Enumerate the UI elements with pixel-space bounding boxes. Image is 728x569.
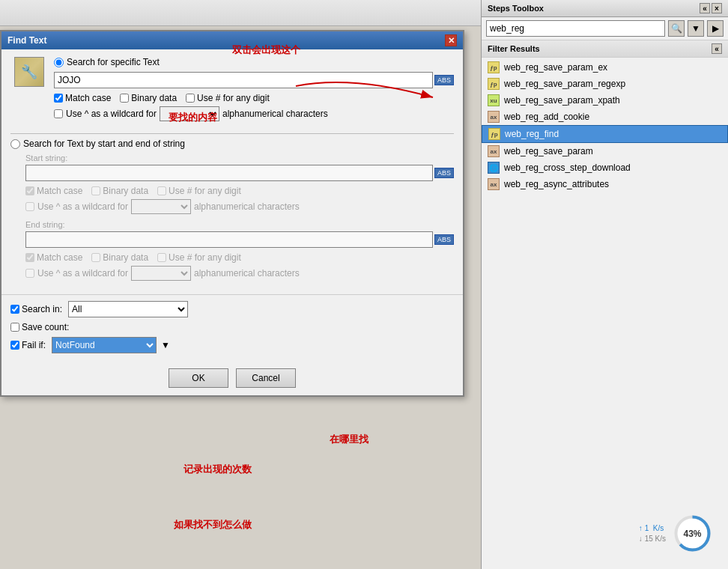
section-specific-text: 🔧 Search for specific Text ABS Match cas… bbox=[10, 57, 454, 127]
search-in-row: Search in: All Headers Body bbox=[10, 301, 454, 317]
wildcard-checkbox-3[interactable] bbox=[25, 269, 34, 278]
section-start-end: Search for Text by start and end of stri… bbox=[10, 139, 454, 281]
alphanumerical-label-1: alphanumerical characters bbox=[222, 109, 328, 119]
options-area-1: Search for specific Text ABS Match case … bbox=[54, 57, 454, 127]
item-label: web_reg_save_param_regexp bbox=[504, 79, 625, 89]
wildcard-row-2: Use ^ as a wildcard for alphanumerical c… bbox=[25, 199, 454, 214]
digit-checkbox-2[interactable] bbox=[157, 186, 166, 195]
tool-icon: 🔧 bbox=[14, 57, 44, 87]
list-item[interactable]: ƒp web_reg_save_param_ex bbox=[482, 59, 728, 76]
match-case-checkbox-3[interactable] bbox=[25, 253, 34, 262]
digit-2: Use # for any digit bbox=[157, 186, 241, 196]
binary-data-checkbox-3[interactable] bbox=[91, 253, 100, 262]
radio-start-end[interactable] bbox=[10, 139, 20, 149]
match-case-checkbox-2[interactable] bbox=[25, 186, 34, 195]
digit-label-3: Use # for any digit bbox=[169, 252, 241, 263]
search-in-label: Search in: bbox=[22, 304, 62, 314]
checkbox-row-2: Match case Binary data Use # for any dig… bbox=[25, 186, 454, 196]
circle-progress: 43% bbox=[672, 513, 713, 554]
steps-toolbox-header: Steps Toolbox « × bbox=[482, 0, 728, 17]
search-in-checkbox: Search in: bbox=[10, 304, 62, 314]
list-item[interactable]: ax web_reg_async_attributes bbox=[482, 176, 728, 192]
binary-data-label-1: Binary data bbox=[131, 93, 177, 103]
search-bar: 🔍 ▼ ▶ bbox=[482, 17, 728, 40]
start-string-input[interactable] bbox=[25, 165, 433, 181]
item-label: web_reg_save_param bbox=[504, 146, 593, 156]
filter-results-header: Filter Results « bbox=[482, 40, 728, 58]
wildcard-select-1[interactable] bbox=[160, 106, 219, 121]
match-case-checkbox-1[interactable] bbox=[54, 94, 63, 103]
fail-if-check[interactable] bbox=[10, 341, 19, 350]
wildcard-label-1: Use ^ as a wildcard for bbox=[66, 109, 157, 119]
wildcard-select-2[interactable] bbox=[131, 199, 191, 214]
dialog-close-button[interactable]: ✕ bbox=[445, 34, 457, 46]
cancel-button[interactable]: Cancel bbox=[236, 368, 296, 388]
svg-text:43%: 43% bbox=[683, 529, 701, 539]
wildcard-checkbox-1[interactable] bbox=[54, 109, 63, 118]
search-button[interactable]: 🔍 bbox=[668, 20, 685, 37]
search-input[interactable] bbox=[486, 20, 665, 37]
speed-down: ↓ 15 K/s bbox=[639, 534, 666, 544]
dialog-title: Find Text bbox=[7, 35, 46, 46]
digit-label-1: Use # for any digit bbox=[197, 93, 270, 103]
item-label: web_reg_save_param_ex bbox=[504, 62, 607, 73]
binary-data-checkbox-1[interactable] bbox=[120, 94, 129, 103]
list-item-selected[interactable]: ƒp web_reg_find bbox=[482, 125, 728, 143]
item-label: web_reg_cross_step_download bbox=[504, 162, 631, 173]
pin-btn[interactable]: × bbox=[712, 3, 722, 13]
globe-icon: 🌐 bbox=[488, 162, 500, 174]
annotation-ruguo: 如果找不到怎么做 bbox=[174, 518, 252, 532]
find-text-dialog: Find Text ✕ 🔧 Search for specific Text A… bbox=[0, 30, 464, 397]
dialog-footer: OK Cancel bbox=[1, 364, 463, 395]
steps-toolbox-controls: « × bbox=[700, 3, 722, 13]
search-text-input[interactable] bbox=[54, 72, 433, 88]
end-string-input[interactable] bbox=[25, 231, 433, 248]
alphanumerical-label-2: alphanumerical characters bbox=[194, 201, 300, 212]
annotation-jilu: 记录出现的次数 bbox=[183, 463, 252, 476]
list-item[interactable]: 🌐 web_reg_cross_step_download bbox=[482, 159, 728, 176]
abs-badge: ABS bbox=[434, 75, 454, 85]
divider-1 bbox=[10, 133, 454, 134]
save-count-row: Save count: bbox=[10, 322, 454, 332]
wildcard-select-3[interactable] bbox=[131, 266, 191, 281]
digit-label-2: Use # for any digit bbox=[169, 186, 241, 196]
fail-if-dropdown-icon: ▼ bbox=[161, 340, 170, 350]
ok-button[interactable]: OK bbox=[169, 368, 228, 388]
filter-collapse-btn[interactable]: « bbox=[712, 43, 722, 54]
digit-checkbox-3[interactable] bbox=[157, 253, 166, 262]
fail-if-select[interactable]: NotFound Found bbox=[52, 337, 157, 353]
wildcard-label-3: Use ^ as a wildcard for bbox=[37, 268, 128, 279]
search-in-check[interactable] bbox=[10, 305, 19, 314]
digit-checkbox-1[interactable] bbox=[186, 94, 195, 103]
options-btn[interactable]: ▶ bbox=[707, 20, 724, 37]
fp-icon: ƒp bbox=[488, 78, 500, 90]
steps-toolbox-title: Steps Toolbox bbox=[488, 4, 544, 13]
save-count-check[interactable] bbox=[10, 323, 19, 332]
list-item[interactable]: ax web_reg_save_param bbox=[482, 143, 728, 159]
annotation-zaonali: 在哪里找 bbox=[330, 433, 368, 446]
wildcard-checkbox-2[interactable] bbox=[25, 202, 34, 211]
collapse-btn[interactable]: « bbox=[700, 3, 710, 13]
list-item[interactable]: ax web_reg_add_cookie bbox=[482, 109, 728, 125]
digit-3: Use # for any digit bbox=[157, 252, 241, 263]
save-count-label: Save count: bbox=[22, 322, 69, 332]
start-string-label: Start string: bbox=[25, 153, 454, 162]
list-item[interactable]: ƒp web_reg_save_param_regexp bbox=[482, 76, 728, 92]
radio-specific-text[interactable] bbox=[54, 58, 64, 67]
binary-data-checkbox-2[interactable] bbox=[91, 186, 100, 195]
fail-if-label: Fail if: bbox=[22, 340, 46, 350]
end-string-row: ABS bbox=[25, 231, 454, 248]
match-case-label-1: Match case bbox=[65, 93, 111, 103]
dropdown-btn[interactable]: ▼ bbox=[688, 20, 704, 37]
wildcard-label-2: Use ^ as a wildcard for bbox=[37, 201, 128, 212]
item-label: web_reg_save_param_xpath bbox=[504, 95, 620, 106]
ax3-icon: ax bbox=[488, 178, 500, 190]
radio-row-1: Search for specific Text bbox=[54, 57, 454, 67]
list-item[interactable]: xu web_reg_save_param_xpath bbox=[482, 92, 728, 109]
speed-text: ↑ 1 K/s ↓ 15 K/s bbox=[639, 523, 666, 544]
speed-indicator: ↑ 1 K/s ↓ 15 K/s 43% bbox=[639, 513, 713, 554]
start-string-row: ABS bbox=[25, 165, 454, 181]
search-in-select[interactable]: All Headers Body bbox=[68, 301, 188, 317]
xu-icon: xu bbox=[488, 94, 500, 106]
wildcard-row-3: Use ^ as a wildcard for alphanumerical c… bbox=[25, 266, 454, 281]
